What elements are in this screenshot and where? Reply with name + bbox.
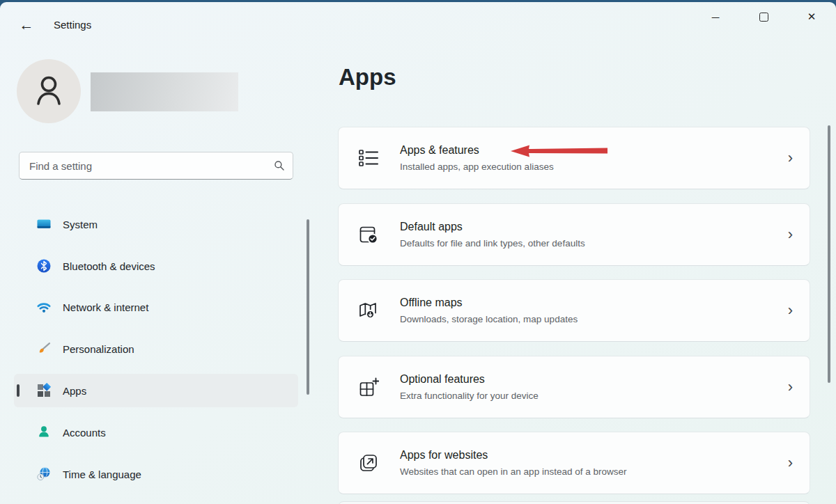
sidebar-item-personalization[interactable]: Personalization bbox=[14, 332, 298, 365]
card-subtitle: Defaults for file and link types, other … bbox=[400, 237, 585, 251]
sidebar-scrollbar[interactable] bbox=[307, 219, 309, 395]
card-apps-for-websites[interactable]: Apps for websites Websites that can open… bbox=[338, 432, 810, 494]
network-icon bbox=[36, 299, 52, 315]
chevron-right-icon: › bbox=[788, 303, 793, 318]
sidebar-item-label: Accounts bbox=[63, 427, 106, 439]
card-subtitle: Installed apps, app execution aliases bbox=[400, 160, 554, 174]
sidebar-item-label: Network & internet bbox=[63, 301, 148, 313]
chevron-right-icon: › bbox=[788, 379, 793, 395]
card-subtitle: Websites that can open in an app instead… bbox=[400, 465, 626, 479]
sidebar-item-apps[interactable]: Apps bbox=[14, 374, 298, 407]
sidebar-item-label: System bbox=[63, 219, 98, 230]
card-offline-maps[interactable]: Offline maps Downloads, storage location… bbox=[338, 279, 810, 342]
sidebar-item-system[interactable]: System bbox=[14, 207, 298, 241]
sidebar-item-bluetooth-devices[interactable]: Bluetooth & devices bbox=[14, 249, 298, 283]
sidebar-item-label: Bluetooth & devices bbox=[63, 260, 155, 272]
card-subtitle: Downloads, storage location, map updates bbox=[400, 313, 578, 326]
external-link-icon bbox=[358, 452, 379, 473]
bluetooth-icon bbox=[36, 258, 52, 274]
user-name-redacted bbox=[91, 72, 238, 111]
accounts-icon bbox=[36, 425, 52, 440]
map-download-icon bbox=[358, 300, 379, 321]
card-title: Offline maps bbox=[400, 295, 578, 310]
close-icon: ✕ bbox=[807, 10, 816, 23]
list-icon bbox=[358, 148, 379, 168]
sidebar-item-label: Time & language bbox=[63, 468, 141, 480]
chevron-right-icon: › bbox=[788, 150, 793, 166]
person-icon bbox=[29, 72, 68, 111]
card-title: Optional features bbox=[400, 372, 539, 387]
chevron-right-icon: › bbox=[788, 455, 793, 471]
personalization-icon bbox=[36, 341, 52, 356]
page-title: Apps bbox=[339, 64, 396, 90]
chevron-right-icon: › bbox=[788, 227, 793, 242]
time-language-icon bbox=[36, 466, 52, 482]
sidebar-item-time-language[interactable]: Time & language bbox=[14, 457, 298, 491]
back-button[interactable]: ← bbox=[15, 14, 38, 36]
card-title: Apps for websites bbox=[400, 448, 626, 463]
sidebar-item-label: Personalization bbox=[63, 343, 134, 355]
card-optional-features[interactable]: Optional features Extra functionality fo… bbox=[338, 356, 810, 418]
sidebar-item-accounts[interactable]: Accounts bbox=[14, 416, 298, 449]
card-partial-next[interactable] bbox=[338, 501, 810, 504]
system-icon bbox=[36, 216, 52, 232]
sidebar-item-network-internet[interactable]: Network & internet bbox=[14, 290, 298, 324]
maximize-button[interactable] bbox=[748, 4, 780, 29]
window-check-icon bbox=[358, 224, 379, 245]
card-title: Apps & features bbox=[400, 143, 554, 158]
card-apps-features[interactable]: Apps & features Installed apps, app exec… bbox=[338, 127, 810, 189]
search-box bbox=[19, 152, 293, 180]
close-button[interactable]: ✕ bbox=[796, 4, 828, 29]
selection-accent-bar bbox=[17, 384, 20, 397]
maximize-icon bbox=[759, 13, 768, 22]
apps-icon bbox=[36, 383, 52, 398]
card-default-apps[interactable]: Default apps Defaults for file and link … bbox=[338, 203, 810, 266]
sidebar-item-label: Apps bbox=[63, 385, 86, 397]
card-subtitle: Extra functionality for your device bbox=[400, 389, 539, 403]
avatar bbox=[17, 59, 81, 123]
main-scrollbar[interactable] bbox=[828, 125, 830, 383]
card-title: Default apps bbox=[400, 219, 585, 235]
grid-plus-icon bbox=[358, 377, 379, 397]
window-title: Settings bbox=[54, 19, 91, 31]
search-input[interactable] bbox=[19, 152, 293, 180]
minimize-button[interactable]: ─ bbox=[699, 4, 732, 29]
minimize-icon: ─ bbox=[712, 11, 720, 23]
settings-window: ← Settings ─ ✕ System Bluetooth & device… bbox=[0, 0, 836, 504]
